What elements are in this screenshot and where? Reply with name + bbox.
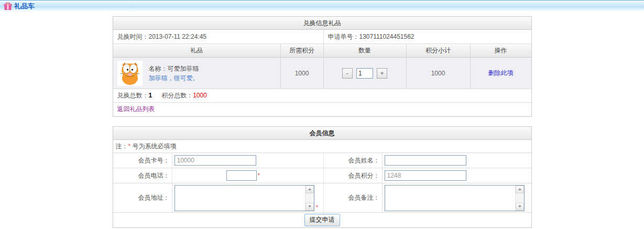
product-name-line: 名称：可爱加菲猫 — [149, 65, 199, 72]
col-action: 操作 — [471, 44, 531, 57]
submit-row: 提交申请 — [113, 213, 531, 227]
exchange-info-table: 兑换信息礼品 兑换时间：2013-07-11 22:24:45 申请单号：130… — [113, 16, 532, 117]
order-number: 申请单号：1307111024451562 — [324, 30, 531, 43]
exchange-table-title: 兑换信息礼品 — [113, 17, 531, 30]
member-card-label: 会员卡号： — [113, 153, 172, 168]
address-scrollbar[interactable] — [305, 186, 314, 211]
col-quantity: 数量 — [324, 44, 407, 57]
total-points-value: 1000 — [193, 92, 207, 99]
member-phone-label: 会员电话： — [113, 168, 172, 183]
scroll-down-icon[interactable] — [516, 203, 524, 211]
back-to-gift-list-link[interactable]: 返回礼品列表 — [117, 105, 155, 113]
member-points-label: 会员积分： — [324, 168, 383, 183]
points-required-value: 1000 — [281, 58, 324, 89]
scroll-up-icon[interactable] — [516, 186, 524, 193]
product-image — [117, 61, 143, 86]
member-card-input[interactable] — [174, 155, 256, 166]
product-text: 名称：可爱加菲猫 加菲猫，很可爱。 — [149, 64, 199, 83]
totals-text: 兑换总数：1积分总数：1000 — [113, 89, 207, 102]
quantity-cell: - + — [324, 58, 407, 89]
column-header-row: 礼品 所需积分 数量 积分小计 操作 — [113, 44, 531, 58]
address-required-star: * — [316, 204, 319, 211]
member-name-label: 会员姓名： — [324, 153, 383, 168]
member-phone-input[interactable] — [226, 170, 257, 181]
note-prefix: 注： — [116, 143, 128, 150]
gift-item-row: 名称：可爱加菲猫 加菲猫，很可爱。 1000 - + 1000 删除此项 — [113, 58, 531, 89]
delete-item-link[interactable]: 删除此项 — [488, 69, 514, 78]
col-subtotal: 积分小计 — [407, 44, 471, 57]
order-number-value: 1307111024451562 — [359, 33, 414, 40]
total-quantity-value: 1 — [149, 92, 152, 99]
back-row: 返回礼品列表 — [113, 103, 531, 116]
total-points-label: 积分总数： — [161, 92, 193, 99]
product-name: 可爱加菲猫 — [168, 65, 199, 72]
member-info-table: 会员信息 注：* 号为系统必填项 会员卡号： 会员姓名： 会员电话： * 会员积… — [113, 126, 532, 228]
required-note-row: 注：* 号为系统必填项 — [113, 140, 531, 153]
exchange-meta-row: 兑换时间：2013-07-11 22:24:45 申请单号：1307111024… — [113, 30, 531, 44]
member-remark-label: 会员备注： — [324, 183, 383, 212]
col-gift: 礼品 — [113, 44, 281, 57]
points-subtotal-value: 1000 — [407, 58, 471, 89]
phone-required-star: * — [258, 172, 260, 179]
exchange-time: 兑换时间：2013-07-11 22:24:45 — [113, 30, 324, 43]
remark-scrollbar[interactable] — [515, 186, 524, 211]
exchange-time-value: 2013-07-11 22:24:45 — [149, 33, 207, 40]
card-name-row: 会员卡号： 会员姓名： — [113, 153, 531, 168]
page-title: 礼品车 — [14, 2, 35, 11]
quantity-plus-button[interactable]: + — [377, 68, 387, 79]
note-text: 号为系统必填项 — [130, 143, 176, 150]
title-bar: 礼品车 — [0, 0, 644, 12]
address-remark-row: 会员地址： * 会员备注： — [113, 183, 531, 213]
quantity-input[interactable] — [356, 68, 373, 79]
scroll-up-icon[interactable] — [305, 186, 314, 193]
phone-points-row: 会员电话： * 会员积分： — [113, 168, 531, 183]
scroll-down-icon[interactable] — [305, 203, 314, 211]
member-address-textarea[interactable] — [174, 185, 314, 211]
member-table-title: 会员信息 — [113, 127, 531, 140]
member-points-input[interactable] — [385, 170, 466, 181]
product-description-link[interactable]: 加菲猫，很可爱。 — [149, 74, 199, 82]
col-points-required: 所需积分 — [281, 44, 324, 57]
action-cell: 删除此项 — [471, 58, 531, 89]
gift-icon — [4, 2, 12, 10]
order-number-label: 申请单号： — [328, 33, 359, 40]
total-quantity-label: 兑换总数： — [117, 92, 149, 99]
member-address-label: 会员地址： — [113, 183, 172, 212]
submit-application-button[interactable]: 提交申请 — [304, 214, 340, 226]
totals-row: 兑换总数：1积分总数：1000 — [113, 89, 531, 103]
exchange-time-label: 兑换时间： — [117, 33, 149, 40]
gift-cell: 名称：可爱加菲猫 加菲猫，很可爱。 — [113, 58, 281, 89]
member-name-input[interactable] — [385, 155, 466, 166]
quantity-minus-button[interactable]: - — [342, 68, 353, 79]
member-remark-textarea[interactable] — [385, 185, 525, 211]
